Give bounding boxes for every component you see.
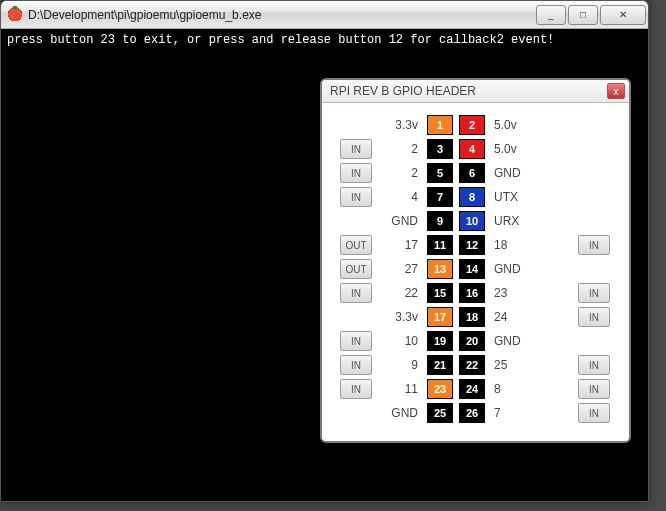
pin-right[interactable]: 26: [459, 403, 485, 423]
pin-label-left: 3.3v: [378, 310, 422, 324]
mode-button-left[interactable]: OUT: [340, 259, 372, 279]
mode-slot-left: IN: [340, 331, 374, 351]
mode-button-right[interactable]: IN: [578, 379, 610, 399]
pin-right[interactable]: 16: [459, 283, 485, 303]
mode-slot-left: IN: [340, 139, 374, 159]
mode-slot-right: IN: [576, 307, 610, 327]
mode-slot-left: IN: [340, 163, 374, 183]
pin-right[interactable]: 8: [459, 187, 485, 207]
pin-label-left: 3.3v: [378, 118, 422, 132]
pin-label-right: GND: [490, 334, 534, 348]
pin-right[interactable]: 24: [459, 379, 485, 399]
pin-left[interactable]: 15: [427, 283, 453, 303]
mode-button-left[interactable]: IN: [340, 139, 372, 159]
pin-left[interactable]: 7: [427, 187, 453, 207]
mode-slot-left: OUT: [340, 259, 374, 279]
pin-label-right: 5.0v: [490, 142, 534, 156]
pin-label-left: 9: [378, 358, 422, 372]
gpio-row: 3.3v125.0v: [340, 113, 611, 137]
gpio-row: IN2345.0v: [340, 137, 611, 161]
gpio-row: IN1123248IN: [340, 377, 611, 401]
pin-label-right: GND: [490, 166, 534, 180]
pin-label-right: UTX: [490, 190, 534, 204]
mode-slot-right: IN: [576, 379, 610, 399]
mode-button-left[interactable]: IN: [340, 283, 372, 303]
pin-label-left: 27: [378, 262, 422, 276]
pin-label-right: 18: [490, 238, 534, 252]
gpio-row: GND25267IN: [340, 401, 611, 425]
pin-label-left: 17: [378, 238, 422, 252]
pin-label-right: 8: [490, 382, 534, 396]
pin-right[interactable]: 2: [459, 115, 485, 135]
pin-right[interactable]: 12: [459, 235, 485, 255]
pin-right[interactable]: 22: [459, 355, 485, 375]
mode-slot-right: IN: [576, 283, 610, 303]
gpio-row: OUT17111218IN: [340, 233, 611, 257]
pin-left[interactable]: 21: [427, 355, 453, 375]
pin-label-right: 25: [490, 358, 534, 372]
pin-right[interactable]: 10: [459, 211, 485, 231]
pin-left[interactable]: 9: [427, 211, 453, 231]
mode-button-right[interactable]: IN: [578, 235, 610, 255]
pin-left[interactable]: 19: [427, 331, 453, 351]
pin-label-left: GND: [378, 406, 422, 420]
console-line: press button 23 to exit, or press and re…: [7, 33, 554, 47]
pin-label-left: 10: [378, 334, 422, 348]
gpio-panel[interactable]: RPI REV B GPIO HEADER x 3.3v125.0vIN2345…: [320, 78, 631, 443]
minimize-button[interactable]: _: [536, 5, 566, 25]
mode-button-left[interactable]: IN: [340, 187, 372, 207]
mode-button-right[interactable]: IN: [578, 307, 610, 327]
gpio-row: IN9212225IN: [340, 353, 611, 377]
titlebar[interactable]: D:\Development\pi\gpioemu\gpioemu_b.exe …: [1, 1, 648, 29]
mode-slot-left: IN: [340, 187, 374, 207]
mode-slot-left: IN: [340, 355, 374, 375]
pin-right[interactable]: 4: [459, 139, 485, 159]
gpio-panel-header[interactable]: RPI REV B GPIO HEADER x: [322, 80, 629, 103]
pin-right[interactable]: 20: [459, 331, 485, 351]
pin-left[interactable]: 11: [427, 235, 453, 255]
mode-slot-left: IN: [340, 379, 374, 399]
gpio-row: 3.3v171824IN: [340, 305, 611, 329]
mode-button-left[interactable]: IN: [340, 355, 372, 375]
pin-left[interactable]: 5: [427, 163, 453, 183]
console-output: press button 23 to exit, or press and re…: [1, 29, 648, 51]
pin-label-right: 5.0v: [490, 118, 534, 132]
gpio-row: IN22151623IN: [340, 281, 611, 305]
pin-left[interactable]: 23: [427, 379, 453, 399]
pin-left[interactable]: 25: [427, 403, 453, 423]
mode-button-right[interactable]: IN: [578, 283, 610, 303]
window-title: D:\Development\pi\gpioemu\gpioemu_b.exe: [28, 8, 536, 22]
gpio-row: IN256GND: [340, 161, 611, 185]
gpio-row: IN478UTX: [340, 185, 611, 209]
mode-slot-right: IN: [576, 403, 610, 423]
gpio-pin-grid: 3.3v125.0vIN2345.0vIN256GNDIN478UTXGND91…: [322, 103, 629, 441]
mode-slot-left: IN: [340, 283, 374, 303]
mode-button-right[interactable]: IN: [578, 403, 610, 423]
pin-label-left: 22: [378, 286, 422, 300]
mode-button-right[interactable]: IN: [578, 355, 610, 375]
close-button[interactable]: ✕: [600, 5, 646, 25]
pin-right[interactable]: 6: [459, 163, 485, 183]
gpio-close-button[interactable]: x: [607, 83, 625, 99]
mode-button-left[interactable]: IN: [340, 163, 372, 183]
pin-right[interactable]: 18: [459, 307, 485, 327]
gpio-panel-title: RPI REV B GPIO HEADER: [330, 84, 607, 98]
pin-left[interactable]: 17: [427, 307, 453, 327]
mode-slot-left: OUT: [340, 235, 374, 255]
pin-label-right: GND: [490, 262, 534, 276]
pin-label-left: GND: [378, 214, 422, 228]
pin-right[interactable]: 14: [459, 259, 485, 279]
mode-slot-right: IN: [576, 235, 610, 255]
pin-label-left: 11: [378, 382, 422, 396]
maximize-button[interactable]: □: [568, 5, 598, 25]
pin-left[interactable]: 3: [427, 139, 453, 159]
mode-button-left[interactable]: IN: [340, 379, 372, 399]
gpio-row: GND910URX: [340, 209, 611, 233]
pin-left[interactable]: 1: [427, 115, 453, 135]
pin-label-right: 23: [490, 286, 534, 300]
pin-label-left: 2: [378, 142, 422, 156]
mode-button-left[interactable]: OUT: [340, 235, 372, 255]
pin-label-right: URX: [490, 214, 534, 228]
mode-button-left[interactable]: IN: [340, 331, 372, 351]
pin-left[interactable]: 13: [427, 259, 453, 279]
